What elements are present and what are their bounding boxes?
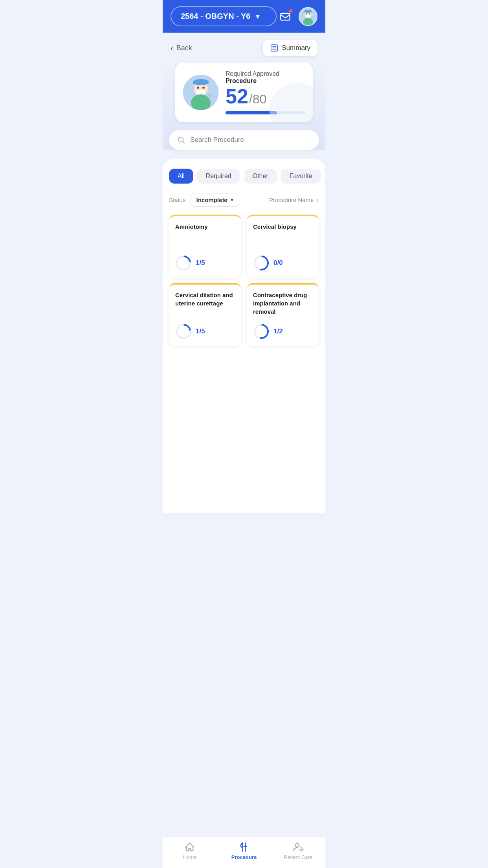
procedure-name-sort[interactable]: Procedure Name ↓: [269, 197, 319, 203]
header-chevron-icon: ▾: [256, 12, 259, 21]
header-title-button[interactable]: 2564 - OBGYN - Y6 ▾: [171, 6, 277, 26]
user-avatar[interactable]: [299, 7, 317, 26]
svg-rect-0: [281, 13, 290, 20]
summary-icon: [270, 44, 279, 52]
procedure-card-contraceptive[interactable]: Contraceptive drug implantation and remo…: [247, 283, 319, 346]
bottom-navigation: Home Procedure Patient Care: [163, 837, 325, 868]
svg-point-6: [309, 13, 310, 15]
mail-button[interactable]: [277, 8, 294, 25]
sort-row: Status Incomplete ▾ Procedure Name ↓: [169, 193, 319, 207]
progress-label-prefix: Required Approved: [226, 70, 279, 77]
filter-tab-other[interactable]: Other: [244, 169, 277, 184]
nav-patient-care-label: Patient Care: [284, 854, 312, 860]
procedures-grid: Amniotomy 1/5 Cervical biopsy 0/0: [169, 215, 319, 346]
status-dropdown-value: Incomplete: [196, 197, 227, 203]
circle-progress-amniotomy: [175, 255, 192, 271]
svg-rect-16: [193, 81, 209, 84]
nav-item-patient-care[interactable]: Patient Care: [271, 842, 325, 860]
procedure-icon: [238, 842, 250, 853]
progress-numbers: 52 /80: [226, 86, 305, 107]
mail-notification-badge: [288, 9, 293, 13]
filter-tab-all[interactable]: All: [169, 169, 193, 184]
summary-label: Summary: [282, 44, 310, 52]
status-dropdown[interactable]: Incomplete ▾: [191, 193, 239, 207]
procedure-count-amniotomy: 1/5: [196, 259, 205, 267]
procedure-name-contraceptive: Contraceptive drug implantation and remo…: [253, 291, 313, 317]
procedure-progress-contraceptive: 1/2: [253, 323, 313, 340]
progress-current: 52: [226, 86, 248, 107]
filter-tabs: All Required Other Favorite: [169, 169, 319, 184]
progress-card: Required Approved Procedure 52 /80: [175, 63, 313, 122]
svg-rect-7: [305, 15, 310, 18]
back-button[interactable]: ‹ Back: [171, 44, 192, 53]
search-icon: [177, 136, 185, 144]
nav-home-label: Home: [183, 854, 197, 860]
svg-point-18: [202, 86, 205, 89]
procedure-count-cervical-biopsy: 0/0: [273, 259, 283, 267]
svg-rect-4: [304, 11, 312, 12]
svg-point-38: [301, 849, 302, 850]
procedure-count-cervical-dilation: 1/5: [196, 327, 205, 335]
progress-total: /80: [249, 92, 266, 107]
progress-label: Required Approved Procedure: [226, 70, 305, 85]
doctor-avatar-image: [183, 75, 218, 110]
main-content: All Required Other Favorite Status Incom…: [163, 159, 325, 513]
filter-tab-favorite[interactable]: Favorite: [281, 169, 321, 184]
svg-point-17: [197, 86, 199, 89]
summary-button[interactable]: Summary: [263, 40, 317, 56]
procedure-progress-cervical-dilation: 1/5: [175, 323, 235, 340]
back-chevron-icon: ‹: [171, 44, 173, 53]
circle-progress-cervical-biopsy: [253, 255, 270, 271]
search-bar[interactable]: [169, 130, 319, 150]
nav-item-home[interactable]: Home: [163, 842, 217, 860]
circle-progress-contraceptive: [253, 323, 270, 340]
svg-line-25: [183, 142, 184, 143]
doctor-avatar: [183, 75, 218, 110]
home-icon: [184, 842, 195, 853]
progress-bar: [226, 111, 305, 114]
header-title-text: 2564 - OBGYN - Y6: [181, 12, 250, 21]
procedure-progress-amniotomy: 1/5: [175, 255, 235, 271]
procedure-count-contraceptive: 1/2: [273, 327, 283, 335]
procedure-name-amniotomy: Amniotomy: [175, 223, 235, 248]
progress-info: Required Approved Procedure 52 /80: [226, 70, 305, 114]
search-input[interactable]: [190, 136, 311, 144]
nav-item-procedure[interactable]: Procedure: [217, 842, 271, 860]
circle-progress-cervical-dilation: [175, 323, 192, 340]
status-dropdown-chevron-icon: ▾: [231, 197, 233, 203]
procedure-card-cervical-biopsy[interactable]: Cervical biopsy 0/0: [247, 215, 319, 278]
svg-point-8: [303, 18, 313, 26]
svg-point-23: [206, 91, 209, 93]
status-label: Status: [169, 197, 186, 203]
procedure-card-amniotomy[interactable]: Amniotomy 1/5: [169, 215, 241, 278]
header-icons: [277, 7, 317, 26]
top-header: 2564 - OBGYN - Y6 ▾: [163, 0, 325, 33]
procedure-card-cervical-dilation[interactable]: Cervical dilation and uterine curettage …: [169, 283, 241, 346]
procedure-name-sort-label: Procedure Name: [269, 197, 314, 203]
progress-bar-fill: [226, 111, 277, 114]
filter-tab-required[interactable]: Required: [197, 169, 240, 184]
nav-procedure-label: Procedure: [231, 854, 257, 860]
procedure-name-sort-arrow: ↓: [316, 197, 319, 203]
procedure-name-cervical-dilation: Cervical dilation and uterine curettage: [175, 291, 235, 317]
back-label: Back: [176, 44, 192, 52]
procedure-name-cervical-biopsy: Cervical biopsy: [253, 223, 313, 248]
procedure-progress-cervical-biopsy: 0/0: [253, 255, 313, 271]
svg-point-37: [295, 844, 299, 847]
avatar-image: [299, 7, 317, 26]
progress-label-bold: Procedure: [226, 77, 257, 84]
hero-section: Required Approved Procedure 52 /80: [163, 63, 325, 150]
navigation-bar: ‹ Back Summary: [163, 33, 325, 61]
patient-care-icon: [293, 842, 304, 853]
svg-point-5: [306, 13, 307, 15]
